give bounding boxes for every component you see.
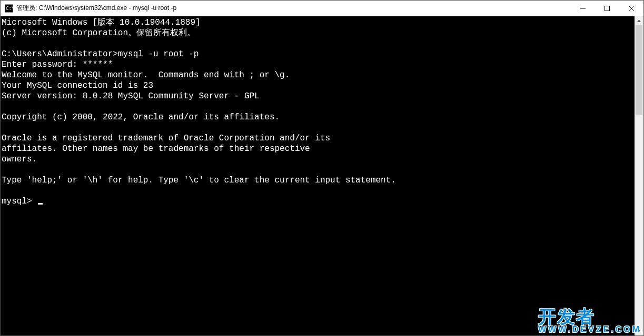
- scroll-up-button[interactable]: [635, 16, 643, 25]
- svg-marker-7: [637, 330, 641, 332]
- terminal-prompt[interactable]: mysql>: [2, 196, 635, 207]
- terminal-line: (c) Microsoft Corporation。保留所有权利。: [2, 28, 635, 38]
- titlebar[interactable]: C:\ 管理员: C:\Windows\system32\cmd.exe - m…: [1, 1, 643, 16]
- maximize-button[interactable]: [595, 1, 619, 16]
- terminal-line: [2, 38, 635, 49]
- terminal-output[interactable]: Microsoft Windows [版本 10.0.19044.1889](c…: [1, 16, 635, 335]
- minimize-button[interactable]: [571, 1, 595, 16]
- scroll-thumb[interactable]: [636, 25, 642, 115]
- terminal-line: [2, 123, 635, 133]
- terminal-line: owners.: [2, 154, 635, 165]
- svg-rect-3: [605, 6, 610, 11]
- terminal-line: [2, 165, 635, 175]
- terminal-line: Oracle is a registered trademark of Orac…: [2, 133, 635, 144]
- vertical-scrollbar[interactable]: [635, 16, 643, 335]
- cmd-window: C:\ 管理员: C:\Windows\system32\cmd.exe - m…: [0, 0, 644, 336]
- terminal-line: Your MySQL connection id is 23: [2, 80, 635, 91]
- terminal-line: affiliates. Other names may be trademark…: [2, 144, 635, 154]
- close-button[interactable]: [619, 1, 643, 16]
- terminal-line: Type 'help;' or '\h' for help. Type '\c'…: [2, 175, 635, 186]
- terminal-line: [2, 186, 635, 196]
- scroll-track[interactable]: [635, 25, 643, 327]
- prompt-text: mysql>: [2, 197, 37, 206]
- terminal-line: Server version: 8.0.28 MySQL Community S…: [2, 91, 635, 101]
- terminal-line: C:\Users\Administrator>mysql -u root -p: [2, 49, 635, 59]
- terminal-line: Copyright (c) 2000, 2022, Oracle and/or …: [2, 112, 635, 123]
- app-icon: C:\: [5, 4, 13, 13]
- terminal-line: Welcome to the MySQL monitor. Commands e…: [2, 70, 635, 80]
- terminal-line: Microsoft Windows [版本 10.0.19044.1889]: [2, 17, 635, 28]
- window-title: 管理员: C:\Windows\system32\cmd.exe - mysql…: [16, 4, 176, 13]
- cursor: [38, 203, 43, 205]
- terminal-line: Enter password: ******: [2, 59, 635, 70]
- terminal-line: [2, 101, 635, 112]
- svg-text:C:\: C:\: [6, 6, 13, 11]
- content-area: Microsoft Windows [版本 10.0.19044.1889](c…: [1, 16, 643, 335]
- svg-marker-6: [637, 19, 641, 22]
- scroll-down-button[interactable]: [635, 327, 643, 335]
